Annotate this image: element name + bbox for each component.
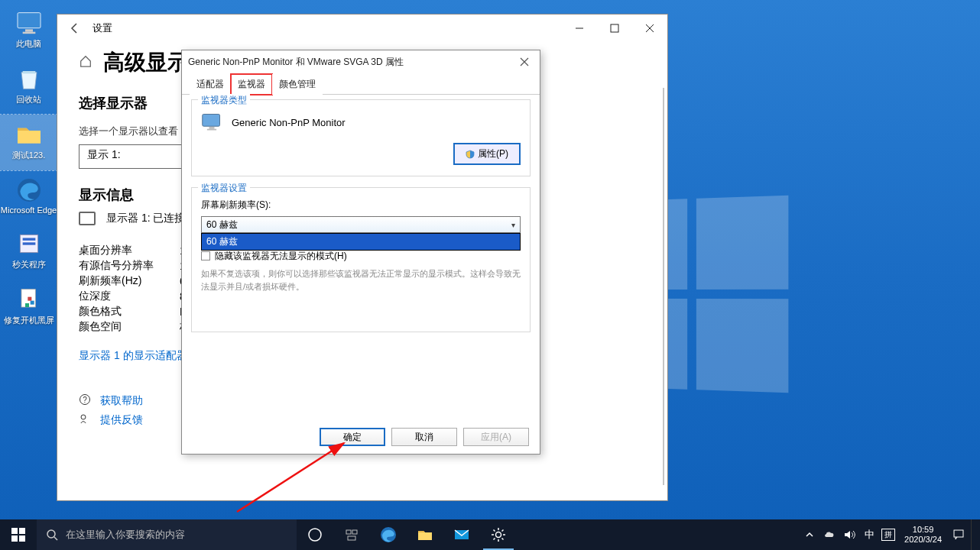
back-button[interactable]: [57, 22, 92, 34]
chevron-down-icon: ▾: [511, 221, 515, 229]
monitor-name-text: Generic Non-PnP Monitor: [232, 117, 346, 128]
shield-icon: [466, 150, 475, 159]
svg-point-24: [47, 530, 55, 538]
ok-button[interactable]: 确定: [320, 428, 385, 446]
svg-point-15: [81, 415, 86, 419]
svg-rect-6: [22, 242, 35, 244]
search-icon: [46, 529, 58, 541]
taskbar-app-mail[interactable]: [443, 519, 480, 550]
taskbar-app-settings[interactable]: [480, 519, 517, 550]
svg-rect-27: [346, 530, 351, 534]
svg-point-26: [309, 529, 321, 541]
monitor-icon: [79, 212, 96, 225]
tab-color-management[interactable]: 颜色管理: [272, 74, 323, 95]
taskbar: 在这里输入你要搜索的内容 中 拼 10:59 2020/3/24: [0, 519, 980, 550]
feedback-icon: [79, 412, 91, 427]
help-icon: ?: [79, 393, 91, 408]
group-monitor-settings: 监视器设置 屏幕刷新频率(S): 60 赫兹 ▾ 60 赫兹 隐藏该监视器无法显…: [191, 187, 531, 332]
icon-label: 秒关程序: [12, 259, 46, 270]
svg-text:?: ?: [83, 396, 87, 404]
cortana-button[interactable]: [333, 519, 370, 550]
desktop-icon-this-pc[interactable]: 此电脑: [0, 3, 57, 59]
svg-rect-8: [25, 303, 29, 307]
svg-rect-23: [19, 535, 25, 542]
close-button[interactable]: [632, 15, 667, 42]
dialog-close-button[interactable]: [515, 53, 534, 71]
tray-volume-icon[interactable]: [842, 527, 857, 542]
icon-label: 修复开机黑屏: [4, 315, 54, 326]
monitor-properties-dialog: Generic Non-PnP Monitor 和 VMware SVGA 3D…: [181, 50, 540, 455]
refresh-rate-option[interactable]: 60 赫兹: [202, 234, 520, 250]
svg-rect-20: [11, 528, 18, 534]
svg-rect-21: [19, 528, 25, 534]
settings-titlebar: 设置: [57, 15, 667, 42]
svg-rect-17: [209, 127, 215, 129]
svg-rect-9: [30, 301, 34, 305]
tray-onedrive-icon[interactable]: [822, 527, 837, 542]
svg-point-32: [496, 532, 501, 538]
desktop-icon-recycle[interactable]: 回收站: [0, 59, 57, 115]
dialog-title-text: Generic Non-PnP Monitor 和 VMware SVGA 3D…: [188, 56, 404, 69]
svg-rect-1: [25, 29, 33, 31]
svg-rect-0: [18, 13, 41, 28]
task-view-button[interactable]: [297, 519, 333, 550]
desktop-icon-quick-close[interactable]: 秒关程序: [0, 224, 57, 280]
svg-rect-33: [954, 530, 963, 537]
svg-rect-28: [352, 530, 357, 534]
home-icon[interactable]: [79, 54, 92, 71]
refresh-rate-label: 屏幕刷新频率(S):: [201, 199, 521, 212]
refresh-rate-dropdown-list: 60 赫兹: [201, 233, 521, 251]
svg-rect-5: [22, 238, 35, 241]
svg-rect-10: [28, 297, 31, 301]
svg-rect-16: [203, 115, 220, 127]
tray-clock[interactable]: 10:59 2020/3/24: [900, 525, 946, 545]
tray-overflow-icon[interactable]: [802, 527, 817, 542]
cancel-button[interactable]: 取消: [391, 428, 457, 446]
monitor-properties-button[interactable]: 属性(P): [453, 143, 521, 165]
desktop-icon-edge[interactable]: Microsoft Edge: [0, 170, 57, 224]
dialog-titlebar[interactable]: Generic Non-PnP Monitor 和 VMware SVGA 3D…: [182, 50, 540, 73]
tray-ime-mode[interactable]: 拼: [881, 529, 895, 541]
icon-label: Microsoft Edge: [1, 205, 57, 215]
hide-modes-checkbox[interactable]: [201, 251, 210, 260]
svg-rect-2: [22, 32, 35, 34]
svg-line-25: [54, 537, 57, 540]
settings-title-text: 设置: [92, 21, 112, 35]
tray-ime-indicator[interactable]: 中: [862, 527, 877, 542]
minimize-button[interactable]: [562, 15, 597, 42]
search-placeholder: 在这里输入你要搜索的内容: [66, 528, 185, 542]
apply-button[interactable]: 应用(A): [463, 428, 529, 446]
desktop-icon-test-folder[interactable]: 测试123.: [0, 115, 57, 170]
hide-modes-help-text: 如果不复选该项，则你可以选择那些该监视器无法正常显示的显示模式。这样会导致无法显…: [201, 267, 521, 293]
maximize-button[interactable]: [597, 15, 632, 42]
system-tray: 中 拼 10:59 2020/3/24: [802, 519, 980, 550]
taskbar-app-edge[interactable]: [370, 519, 407, 550]
svg-rect-29: [348, 536, 355, 540]
scrollbar[interactable]: [663, 88, 664, 485]
start-button[interactable]: [0, 519, 37, 550]
tab-adapter[interactable]: 适配器: [190, 74, 231, 95]
monitor-device-icon: [201, 112, 222, 132]
refresh-rate-combobox[interactable]: 60 赫兹 ▾: [201, 216, 521, 233]
group-monitor-type: 监视器类型 Generic Non-PnP Monitor 属性(P): [191, 99, 531, 176]
desktop-icons-column: 此电脑 回收站 测试123. Microsoft Edge 秒关程序 修复开机黑…: [0, 3, 57, 335]
hide-modes-label: 隐藏该监视器无法显示的模式(H): [215, 250, 347, 263]
desktop-icon-repair-boot[interactable]: 修复开机黑屏: [0, 280, 57, 335]
icon-label: 回收站: [16, 94, 41, 105]
tab-monitor[interactable]: 监视器: [231, 74, 272, 95]
taskbar-search[interactable]: 在这里输入你要搜索的内容: [37, 519, 297, 550]
svg-rect-22: [11, 535, 18, 542]
show-desktop-button[interactable]: [971, 519, 975, 550]
taskbar-app-explorer[interactable]: [407, 519, 443, 550]
action-center-icon[interactable]: [951, 527, 966, 542]
svg-rect-18: [207, 129, 216, 131]
page-title: 高级显示: [103, 48, 189, 77]
monitor-connected-text: 显示器 1: 已连接: [106, 212, 185, 225]
icon-label: 此电脑: [16, 38, 41, 50]
svg-rect-12: [611, 24, 618, 32]
icon-label: 测试123.: [12, 150, 45, 161]
